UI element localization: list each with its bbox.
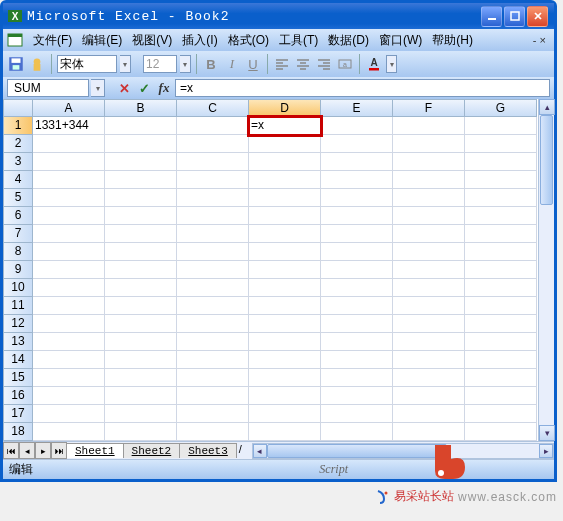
column-header[interactable]: B (105, 99, 177, 117)
bold-button[interactable]: B (202, 55, 220, 73)
cell-B14[interactable] (105, 351, 177, 369)
align-center-icon[interactable] (294, 55, 312, 73)
row-header[interactable]: 5 (3, 189, 33, 207)
cell-C8[interactable] (177, 243, 249, 261)
row-header[interactable]: 10 (3, 279, 33, 297)
cell-E1[interactable] (321, 117, 393, 135)
cell-E16[interactable] (321, 387, 393, 405)
cell-D1[interactable]: =x (249, 117, 321, 135)
menu-data[interactable]: 数据(D) (324, 31, 373, 50)
row-header[interactable]: 12 (3, 315, 33, 333)
cell-G14[interactable] (465, 351, 537, 369)
cell-B4[interactable] (105, 171, 177, 189)
row-header[interactable]: 9 (3, 261, 33, 279)
cell-G13[interactable] (465, 333, 537, 351)
scroll-right-icon[interactable]: ▸ (539, 444, 553, 458)
close-button[interactable] (527, 6, 548, 27)
cell-B11[interactable] (105, 297, 177, 315)
row-header[interactable]: 2 (3, 135, 33, 153)
cell-D16[interactable] (249, 387, 321, 405)
menu-view[interactable]: 视图(V) (128, 31, 176, 50)
font-name-dropdown-icon[interactable]: ▾ (120, 55, 131, 73)
cell-G7[interactable] (465, 225, 537, 243)
menu-file[interactable]: 文件(F) (29, 31, 76, 50)
cell-B13[interactable] (105, 333, 177, 351)
row-header[interactable]: 7 (3, 225, 33, 243)
column-header[interactable]: C (177, 99, 249, 117)
italic-button[interactable]: I (223, 55, 241, 73)
cell-E15[interactable] (321, 369, 393, 387)
cell-A8[interactable] (33, 243, 105, 261)
cell-G5[interactable] (465, 189, 537, 207)
minimize-button[interactable] (481, 6, 502, 27)
menu-format[interactable]: 格式(O) (224, 31, 273, 50)
row-header[interactable]: 4 (3, 171, 33, 189)
cell-G8[interactable] (465, 243, 537, 261)
cell-F14[interactable] (393, 351, 465, 369)
cell-D18[interactable] (249, 423, 321, 441)
cell-D12[interactable] (249, 315, 321, 333)
cell-B8[interactable] (105, 243, 177, 261)
row-header[interactable]: 8 (3, 243, 33, 261)
title-bar[interactable]: X Microsoft Excel - Book2 (3, 3, 554, 29)
cell-E4[interactable] (321, 171, 393, 189)
cell-E5[interactable] (321, 189, 393, 207)
cell-D8[interactable] (249, 243, 321, 261)
cell-C9[interactable] (177, 261, 249, 279)
cell-A6[interactable] (33, 207, 105, 225)
row-header[interactable]: 11 (3, 297, 33, 315)
name-box-dropdown-icon[interactable]: ▾ (91, 79, 105, 97)
column-header[interactable]: A (33, 99, 105, 117)
cell-A4[interactable] (33, 171, 105, 189)
cell-G12[interactable] (465, 315, 537, 333)
cell-A14[interactable] (33, 351, 105, 369)
permission-icon[interactable] (28, 55, 46, 73)
cell-F10[interactable] (393, 279, 465, 297)
cell-D7[interactable] (249, 225, 321, 243)
cell-B3[interactable] (105, 153, 177, 171)
cell-G16[interactable] (465, 387, 537, 405)
cell-C7[interactable] (177, 225, 249, 243)
row-header[interactable]: 15 (3, 369, 33, 387)
cell-A5[interactable] (33, 189, 105, 207)
enter-button[interactable]: ✓ (135, 79, 153, 97)
cell-F11[interactable] (393, 297, 465, 315)
row-header[interactable]: 14 (3, 351, 33, 369)
cell-B2[interactable] (105, 135, 177, 153)
font-color-button[interactable]: A (365, 55, 383, 73)
cell-A9[interactable] (33, 261, 105, 279)
save-icon[interactable] (7, 55, 25, 73)
cell-F17[interactable] (393, 405, 465, 423)
cell-C16[interactable] (177, 387, 249, 405)
cell-F16[interactable] (393, 387, 465, 405)
cell-F2[interactable] (393, 135, 465, 153)
cell-E2[interactable] (321, 135, 393, 153)
cell-G9[interactable] (465, 261, 537, 279)
cell-G2[interactable] (465, 135, 537, 153)
font-name-box[interactable]: 宋体 (57, 55, 117, 73)
cell-B6[interactable] (105, 207, 177, 225)
maximize-button[interactable] (504, 6, 525, 27)
cell-A3[interactable] (33, 153, 105, 171)
cell-A10[interactable] (33, 279, 105, 297)
cell-E12[interactable] (321, 315, 393, 333)
row-header[interactable]: 6 (3, 207, 33, 225)
cell-A1[interactable]: 1331+344 (33, 117, 105, 135)
cell-D6[interactable] (249, 207, 321, 225)
cell-A12[interactable] (33, 315, 105, 333)
cell-A11[interactable] (33, 297, 105, 315)
cell-F18[interactable] (393, 423, 465, 441)
menu-insert[interactable]: 插入(I) (178, 31, 221, 50)
cell-C11[interactable] (177, 297, 249, 315)
cell-F5[interactable] (393, 189, 465, 207)
cell-C6[interactable] (177, 207, 249, 225)
cell-A16[interactable] (33, 387, 105, 405)
cell-B7[interactable] (105, 225, 177, 243)
cell-B16[interactable] (105, 387, 177, 405)
cell-D10[interactable] (249, 279, 321, 297)
cell-D13[interactable] (249, 333, 321, 351)
cell-F4[interactable] (393, 171, 465, 189)
cell-D4[interactable] (249, 171, 321, 189)
cell-C12[interactable] (177, 315, 249, 333)
cell-E11[interactable] (321, 297, 393, 315)
